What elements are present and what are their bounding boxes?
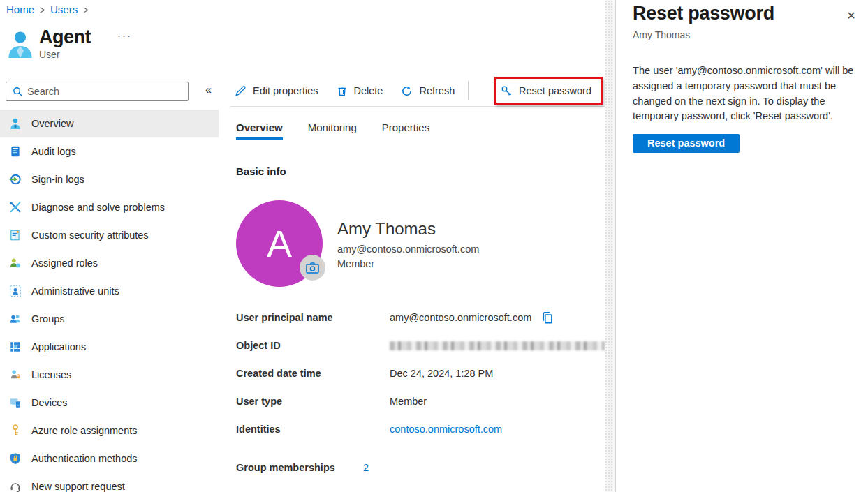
field-label: Created date time xyxy=(236,368,390,379)
sidebar-item-label: Diagnose and solve problems xyxy=(31,202,165,213)
sidebar-item-label: Azure role assignments xyxy=(31,425,138,436)
field-value: Member xyxy=(390,396,427,407)
reset-password-toolbar-button[interactable]: Reset password xyxy=(496,79,601,103)
delete-label: Delete xyxy=(354,85,383,96)
sidebar-item-overview[interactable]: Overview xyxy=(0,110,219,137)
tab-overview[interactable]: Overview xyxy=(236,121,283,140)
sidebar-item-devices[interactable]: Devices xyxy=(0,389,219,417)
user-avatar-icon xyxy=(7,29,34,60)
close-icon[interactable]: ✕ xyxy=(844,8,859,23)
sidebar-collapse-button[interactable]: « xyxy=(205,84,212,96)
refresh-button[interactable]: Refresh xyxy=(392,79,464,103)
sidebar-search xyxy=(6,82,189,101)
profile-name: Amy Thomas xyxy=(337,219,479,239)
edit-properties-button[interactable]: Edit properties xyxy=(230,79,328,103)
breadcrumb-separator-icon: > xyxy=(78,3,94,17)
sidebar-item-label: Audit logs xyxy=(31,146,76,157)
sidebar-item-label: Devices xyxy=(31,397,68,408)
breadcrumb-users-link[interactable]: Users xyxy=(50,3,78,15)
object-id-redacted-value xyxy=(390,341,605,350)
toolbar-divider xyxy=(468,81,469,100)
refresh-label: Refresh xyxy=(419,85,455,96)
profile-role: Member xyxy=(337,258,479,269)
trash-icon xyxy=(337,85,348,97)
licenses-icon xyxy=(9,368,22,381)
tab-properties[interactable]: Properties xyxy=(382,121,429,140)
sidebar: « Overview Audit logs Sign-in logs xyxy=(0,78,219,492)
audit-logs-icon xyxy=(9,145,22,158)
profile-email: amy@contoso.onmicrosoft.com xyxy=(337,244,479,255)
field-user-type: User type Member xyxy=(236,387,605,415)
sidebar-item-audit-logs[interactable]: Audit logs xyxy=(0,137,219,165)
panel-subtitle: Amy Thomas xyxy=(633,29,853,40)
reset-password-button[interactable]: Reset password xyxy=(633,134,740,153)
pencil-icon xyxy=(235,85,247,97)
breadcrumb: Home > Users > xyxy=(6,3,94,15)
applications-grid-icon xyxy=(9,341,22,353)
attributes-document-icon xyxy=(9,229,22,241)
page-title: Agent xyxy=(39,27,91,48)
panel-title: Reset password xyxy=(633,3,853,24)
search-input[interactable] xyxy=(27,86,188,97)
sidebar-item-label: Administrative units xyxy=(31,285,119,297)
reset-password-toolbar-label: Reset password xyxy=(519,85,591,96)
copy-icon[interactable] xyxy=(541,311,554,325)
sidebar-item-licenses[interactable]: Licenses xyxy=(0,361,219,389)
shield-lock-icon xyxy=(9,452,22,465)
field-label: Identities xyxy=(236,424,390,435)
sidebar-item-label: Authentication methods xyxy=(31,453,138,464)
profile-card: A Amy Thomas amy@contoso.onmicrosoft.com… xyxy=(236,200,605,287)
sidebar-item-label: Licenses xyxy=(31,369,71,380)
support-headset-icon xyxy=(9,480,22,492)
group-memberships-count-link[interactable]: 2 xyxy=(363,462,369,473)
delete-button[interactable]: Delete xyxy=(328,79,392,103)
gold-key-icon xyxy=(9,424,22,437)
main-content: Edit properties Delete Refresh xyxy=(230,75,605,473)
breadcrumb-home-link[interactable]: Home xyxy=(6,3,34,15)
more-menu-button[interactable]: ··· xyxy=(117,29,132,41)
sidebar-item-label: Groups xyxy=(31,313,65,325)
tab-monitoring[interactable]: Monitoring xyxy=(308,121,357,140)
group-memberships-label: Group memberships xyxy=(236,462,363,473)
toolbar-divider-line xyxy=(230,106,605,107)
sidebar-item-custom-security-attributes[interactable]: Custom security attributes xyxy=(0,221,219,249)
key-icon xyxy=(501,85,513,97)
field-identities: Identities contoso.onmicrosoft.com xyxy=(236,415,605,443)
sidebar-item-authentication-methods[interactable]: Authentication methods xyxy=(0,445,219,472)
devices-icon xyxy=(9,396,22,409)
field-created-date-time: Created date time Dec 24, 2024, 1:28 PM xyxy=(236,359,605,387)
page-header: Agent ··· User xyxy=(7,27,132,60)
admin-units-icon xyxy=(9,285,22,297)
edit-properties-label: Edit properties xyxy=(253,85,318,96)
page-subtitle: User xyxy=(39,49,132,60)
group-memberships-row: Group memberships 2 xyxy=(236,462,605,473)
person-icon xyxy=(9,117,22,130)
groups-icon xyxy=(9,313,22,325)
basic-info-heading: Basic info xyxy=(236,165,605,177)
identities-link[interactable]: contoso.onmicrosoft.com xyxy=(390,424,502,435)
tab-bar: Overview Monitoring Properties xyxy=(236,121,605,140)
field-label: Object ID xyxy=(236,340,390,351)
sidebar-item-diagnose[interactable]: Diagnose and solve problems xyxy=(0,193,219,221)
sidebar-item-label: Sign-in logs xyxy=(31,174,84,185)
sidebar-item-groups[interactable]: Groups xyxy=(0,305,219,333)
breadcrumb-separator-icon: > xyxy=(34,3,50,17)
sidebar-item-assigned-roles[interactable]: Assigned roles xyxy=(0,249,219,277)
sidebar-item-label: Assigned roles xyxy=(31,258,98,269)
sidebar-item-applications[interactable]: Applications xyxy=(0,333,219,361)
field-label: User principal name xyxy=(236,312,390,323)
field-value: amy@contoso.onmicrosoft.com xyxy=(390,312,531,323)
change-photo-button[interactable] xyxy=(300,255,325,281)
sidebar-item-azure-role-assignments[interactable]: Azure role assignments xyxy=(0,417,219,445)
reset-password-panel: ✕ Reset password Amy Thomas The user 'am… xyxy=(615,0,868,492)
sidebar-item-label: New support request xyxy=(31,481,125,492)
sidebar-item-administrative-units[interactable]: Administrative units xyxy=(0,277,219,305)
field-object-id: Object ID xyxy=(236,331,605,359)
diagnose-tools-icon xyxy=(9,201,22,214)
sidebar-item-label: Custom security attributes xyxy=(31,230,149,241)
sidebar-item-new-support-request[interactable]: New support request xyxy=(0,472,219,492)
main-scrollbar[interactable] xyxy=(605,0,613,492)
field-user-principal-name: User principal name amy@contoso.onmicros… xyxy=(236,304,605,331)
sidebar-item-sign-in-logs[interactable]: Sign-in logs xyxy=(0,165,219,193)
refresh-icon xyxy=(401,85,413,97)
